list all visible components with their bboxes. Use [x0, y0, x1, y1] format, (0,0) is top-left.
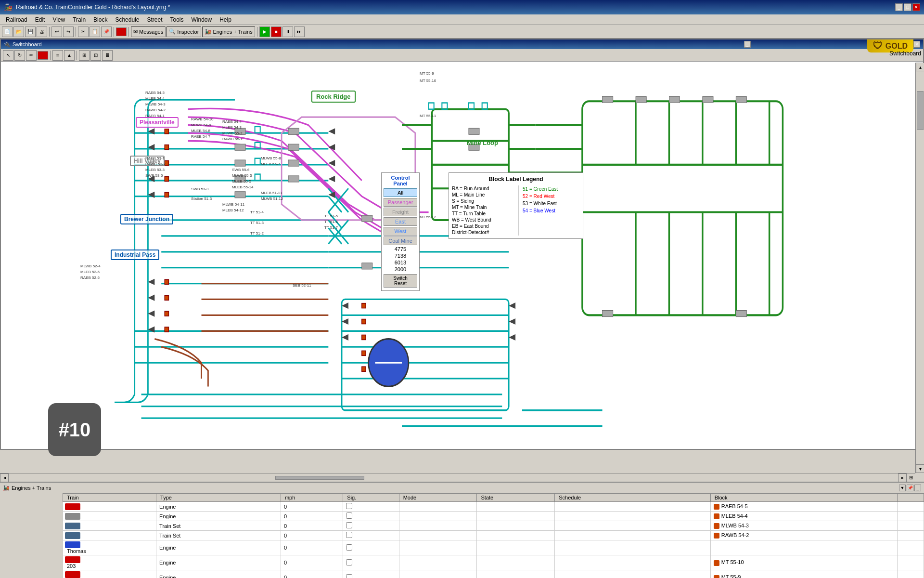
table-row[interactable]: ThomasEngine0	[63, 540, 924, 555]
track-label-raeb54-1: RAEB 54-1	[145, 114, 165, 118]
cp-btn-passenger[interactable]: Passenger	[384, 198, 417, 207]
svg-marker-92	[509, 302, 515, 309]
track-label-mlwb54-3: MLWB 54-3	[145, 102, 166, 106]
sig-checkbox[interactable]	[346, 544, 352, 551]
toolbar-btn-a[interactable]	[116, 27, 127, 36]
svg-rect-105	[362, 319, 366, 324]
engines-trains-panel-btn[interactable]: 🚂 Engines + Trains	[202, 26, 255, 37]
badge-number: #10	[59, 419, 91, 441]
et-dropdown-btn[interactable]: ▼	[899, 485, 906, 491]
menu-street[interactable]: Street	[143, 15, 166, 24]
sb-pointer[interactable]: ↖	[3, 50, 13, 61]
toolbar-new[interactable]: 📄	[2, 26, 13, 37]
track-label-rawb54-2: RAWB 54-2	[145, 108, 166, 112]
switchboard-area[interactable]: Rock Ridge Pleasantville Hill Valley Bre…	[1, 62, 923, 450]
table-row[interactable]: Engine0MLEB 54-4	[63, 512, 924, 521]
toolbar-cut[interactable]: ✂	[78, 26, 89, 37]
table-row[interactable]: Engine0RAEB 54-5	[63, 502, 924, 512]
toolbar-play[interactable]: ▶	[259, 26, 270, 37]
toolbar-paste[interactable]: 📌	[101, 26, 112, 37]
sig-checkbox[interactable]	[346, 522, 352, 528]
sb-grid[interactable]: ⊞	[79, 50, 90, 61]
menu-window[interactable]: Window	[188, 15, 216, 24]
et-pin-btn[interactable]: 📌	[907, 485, 913, 491]
hscroll-right[interactable]: ▸	[898, 473, 907, 482]
hscroll-left[interactable]: ◂	[0, 473, 9, 482]
toolbar-btn-b[interactable]: ⏸	[282, 26, 293, 37]
cp-switch-reset[interactable]: Switch Reset	[384, 274, 417, 288]
sig-checkbox[interactable]	[346, 503, 352, 509]
svg-rect-69	[603, 310, 613, 316]
svg-marker-75	[328, 128, 335, 134]
messages-panel-btn[interactable]: ✉ Messages	[131, 26, 166, 37]
inspector-panel-btn[interactable]: 🔍 Inspector	[167, 26, 201, 37]
table-row[interactable]: Train Set0MLWB 54-3	[63, 521, 924, 531]
sb-layer[interactable]: ≣	[102, 50, 113, 61]
sig-checkbox[interactable]	[346, 532, 352, 538]
legend-ml: ML = Main Line	[452, 192, 513, 198]
train-mph: 0	[281, 502, 343, 512]
sb-pen[interactable]: ✏	[26, 50, 37, 61]
table-row[interactable]: 203Engine0MT 55-10	[63, 555, 924, 570]
table-row[interactable]: Train Set0RAWB 54-2	[63, 531, 924, 540]
col-mode: Mode	[399, 494, 477, 502]
restore-button[interactable]: □	[904, 3, 911, 11]
et-minimize-btn[interactable]: _	[914, 485, 921, 491]
train-icon	[65, 513, 80, 520]
train-block: MLEB 54-4	[710, 512, 897, 521]
sb-snap[interactable]: ⊡	[90, 50, 101, 61]
toolbar-copy[interactable]: 📋	[90, 26, 100, 37]
table-row[interactable]: 201Engine0MT 55-9	[63, 570, 924, 578]
sb-color-btn[interactable]	[38, 51, 48, 60]
menu-train[interactable]: Train	[69, 15, 90, 24]
vertical-scrollbar[interactable]: ▴ ▾	[915, 63, 924, 473]
svg-rect-102	[165, 311, 168, 316]
sb-signal[interactable]: ▲	[64, 50, 75, 61]
cp-btn-freight[interactable]: Freight	[384, 208, 417, 216]
toolbar-save[interactable]: 💾	[25, 26, 36, 37]
sb-track[interactable]: ≡	[52, 50, 63, 61]
menu-block[interactable]: Block	[90, 15, 111, 24]
minimize-button[interactable]: _	[895, 3, 903, 11]
track-label-raeb53-1: RAEB 53-1	[145, 156, 165, 160]
panel-close-btn[interactable]: ✕	[913, 41, 920, 48]
sb-rotate[interactable]: ↻	[14, 50, 25, 61]
cp-btn-all[interactable]: All	[384, 188, 417, 197]
menu-tools[interactable]: Tools	[167, 15, 188, 24]
sep1	[49, 27, 50, 37]
gold-label: GOLD	[886, 42, 908, 51]
close-button[interactable]: ✕	[912, 3, 920, 11]
track-label-tt51-3: TT 51-3	[250, 221, 264, 225]
toolbar-stop[interactable]: ■	[271, 26, 282, 37]
train-type: Engine	[156, 570, 281, 578]
menu-view[interactable]: View	[49, 15, 69, 24]
sig-checkbox[interactable]	[346, 512, 352, 519]
cp-btn-west[interactable]: West	[384, 227, 417, 236]
horizontal-scrollbar[interactable]: ◂ ▸ ⊞	[0, 473, 915, 482]
train-mph: 0	[281, 555, 343, 570]
track-label-rawb53-2: RAWB 53-2	[145, 162, 166, 166]
menu-edit[interactable]: Edit	[31, 15, 49, 24]
cp-btn-coal[interactable]: Coal Mine	[384, 236, 417, 245]
train-mph: 0	[281, 521, 343, 531]
menu-help[interactable]: Help	[216, 15, 235, 24]
cp-btn-east[interactable]: East	[384, 217, 417, 226]
track-label-mleb54-3: MLEB 54-3	[222, 125, 242, 130]
sb-corner-label: Switchboard	[889, 50, 921, 57]
sig-checkbox[interactable]	[346, 559, 352, 565]
toolbar-redo[interactable]: ↪	[63, 26, 74, 37]
toolbar-undo[interactable]: ↩	[51, 26, 62, 37]
vscroll-up[interactable]: ▴	[916, 63, 924, 71]
block-icon	[714, 575, 719, 578]
panel-minimize-btn[interactable]: _	[744, 41, 751, 48]
train-mph: 0	[281, 540, 343, 555]
legend-code-53: 53 = White East	[523, 200, 580, 207]
menu-railroad[interactable]: Railroad	[2, 15, 31, 24]
toolbar-btn-c[interactable]: ⏭	[294, 26, 305, 37]
menu-schedule[interactable]: Schedule	[111, 15, 143, 24]
toolbar-open[interactable]: 📂	[13, 26, 24, 37]
sig-checkbox[interactable]	[346, 574, 352, 578]
train-name: Thomas	[67, 548, 86, 554]
vscroll-down[interactable]: ▾	[916, 464, 924, 473]
toolbar-print[interactable]: 🖨	[37, 26, 47, 37]
